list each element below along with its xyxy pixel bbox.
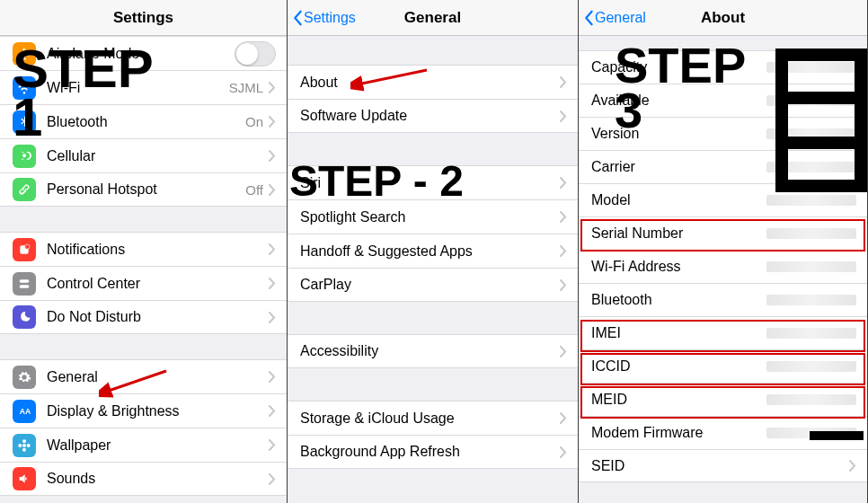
modem-label: Modem Firmware	[591, 425, 766, 441]
airplane-label: Airplane Mode	[47, 46, 235, 62]
chevron-right-icon	[849, 460, 856, 472]
airplane-toggle[interactable]	[235, 41, 276, 66]
back-label: Settings	[304, 10, 356, 26]
row-bt-addr[interactable]: Bluetooth	[579, 283, 867, 316]
speaker-icon	[13, 467, 36, 490]
row-spotlight[interactable]: Spotlight Search	[288, 199, 578, 234]
panel-general: Settings General AboutSoftware Update Si…	[288, 0, 579, 503]
svg-text:AA: AA	[20, 407, 31, 416]
navbar-general: Settings General	[288, 0, 578, 36]
cellular-label: Cellular	[47, 148, 263, 164]
row-general[interactable]: General	[0, 359, 287, 393]
row-seid[interactable]: SEID	[579, 449, 867, 482]
hotspot-label: Personal Hotspot	[47, 181, 245, 198]
row-about[interactable]: About	[288, 65, 578, 99]
control-center-label: Control Center	[47, 276, 263, 292]
model-value	[766, 195, 856, 206]
row-display[interactable]: AADisplay & Brightness	[0, 393, 287, 428]
back-to-general[interactable]: General	[582, 10, 646, 26]
chevron-right-icon	[269, 405, 276, 417]
siri-label: Siri	[300, 175, 560, 191]
settings-list: Airplane ModeWi-FiSJMLBluetoothOnCellula…	[0, 36, 287, 496]
bt-addr-value	[766, 295, 856, 305]
group-gap	[0, 207, 287, 232]
chevron-right-icon	[560, 412, 567, 424]
row-serial[interactable]: Serial Number	[579, 216, 867, 250]
svg-point-5	[22, 444, 26, 447]
black-grid-overlay	[775, 49, 867, 192]
meid-value	[766, 394, 856, 405]
svg-point-6	[22, 439, 26, 443]
bt-addr-label: Bluetooth	[591, 292, 766, 308]
plane-icon	[13, 42, 36, 66]
accessibility-label: Accessibility	[300, 343, 560, 359]
chevron-right-icon	[269, 150, 276, 162]
row-wifi[interactable]: Wi-FiSJML	[0, 70, 287, 104]
back-to-settings[interactable]: Settings	[291, 10, 356, 26]
row-notifications[interactable]: Notifications	[0, 232, 287, 266]
bluetooth-value: On	[245, 114, 263, 129]
imei-label: IMEI	[591, 325, 766, 341]
row-handoff[interactable]: Handoff & Suggested Apps	[288, 234, 578, 268]
row-carplay[interactable]: CarPlay	[288, 268, 578, 302]
row-bg-refresh[interactable]: Background App Refresh	[288, 435, 578, 469]
chevron-right-icon	[269, 312, 276, 323]
aa-icon: AA	[13, 400, 36, 423]
switches-icon	[13, 272, 36, 296]
row-control-center[interactable]: Control Center	[0, 266, 287, 300]
svg-point-9	[27, 444, 31, 447]
notifications-label: Notifications	[47, 242, 263, 258]
row-iccid[interactable]: ICCID	[579, 349, 867, 383]
software-update-label: Software Update	[300, 108, 560, 124]
carplay-label: CarPlay	[300, 277, 560, 293]
chevron-right-icon	[560, 446, 567, 458]
chevron-right-icon	[269, 243, 276, 255]
general-label: General	[47, 369, 263, 385]
navbar-settings: Settings	[0, 0, 287, 36]
row-sounds[interactable]: Sounds	[0, 462, 287, 496]
row-cellular[interactable]: Cellular	[0, 138, 287, 172]
hotspot-value: Off	[245, 182, 263, 198]
row-wallpaper[interactable]: Wallpaper	[0, 428, 287, 462]
row-wifi-addr[interactable]: Wi-Fi Address	[579, 250, 867, 283]
chevron-right-icon	[560, 346, 567, 357]
row-dnd[interactable]: Do Not Disturb	[0, 300, 287, 334]
svg-point-1	[25, 244, 30, 249]
row-hotspot[interactable]: Personal HotspotOff	[0, 172, 287, 207]
row-accessibility[interactable]: Accessibility	[288, 334, 578, 368]
navbar-about: General About	[579, 0, 867, 36]
title-general: General	[404, 9, 461, 27]
chevron-right-icon	[560, 177, 567, 189]
chevron-right-icon	[560, 76, 567, 88]
iccid-label: ICCID	[591, 358, 766, 375]
meid-label: MEID	[591, 392, 766, 408]
panel-settings: Settings Airplane ModeWi-FiSJMLBluetooth…	[0, 0, 288, 503]
row-siri[interactable]: Siri	[288, 165, 578, 199]
row-software-update[interactable]: Software Update	[288, 99, 578, 133]
sounds-label: Sounds	[47, 471, 263, 487]
chevron-right-icon	[560, 279, 567, 291]
chevron-right-icon	[269, 82, 276, 93]
carrier-label: Carrier	[591, 159, 766, 175]
svg-rect-3	[20, 285, 30, 287]
chevron-right-icon	[269, 184, 276, 196]
back-label: General	[595, 10, 646, 26]
title-settings: Settings	[113, 9, 173, 27]
wifi-addr-label: Wi-Fi Address	[591, 259, 766, 275]
row-imei[interactable]: IMEI	[579, 316, 867, 349]
chevron-right-icon	[269, 116, 276, 128]
handoff-label: Handoff & Suggested Apps	[300, 243, 560, 260]
antenna-icon	[13, 145, 36, 168]
version-label: Version	[591, 126, 766, 142]
spotlight-label: Spotlight Search	[300, 209, 560, 225]
row-meid[interactable]: MEID	[579, 383, 867, 416]
censor-modem	[810, 431, 864, 440]
row-airplane[interactable]: Airplane Mode	[0, 36, 287, 70]
row-bluetooth[interactable]: BluetoothOn	[0, 104, 287, 138]
iccid-value	[766, 361, 856, 372]
svg-point-8	[18, 444, 22, 447]
row-storage[interactable]: Storage & iCloud Usage	[288, 401, 578, 435]
imei-value	[766, 328, 856, 339]
wifi-value: SJML	[229, 80, 263, 95]
chevron-right-icon	[269, 371, 276, 383]
